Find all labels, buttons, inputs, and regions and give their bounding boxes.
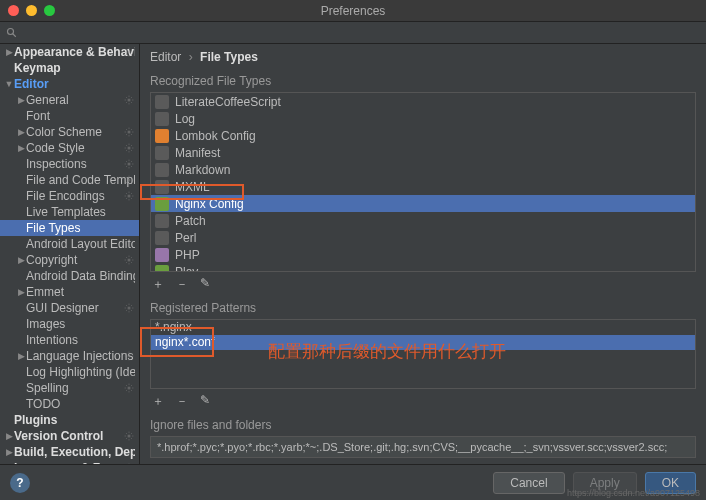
file-type-row[interactable]: Markdown [151, 161, 695, 178]
search-icon [6, 27, 18, 39]
titlebar: Preferences [0, 0, 706, 22]
sidebar-item-todo[interactable]: TODO [0, 396, 139, 412]
file-type-icon [155, 197, 169, 211]
file-type-row[interactable]: Nginx Config [151, 195, 695, 212]
sidebar-item-intentions[interactable]: Intentions [0, 332, 139, 348]
remove-icon[interactable]: － [176, 393, 188, 410]
file-type-row[interactable]: LiterateCoffeeScript [151, 93, 695, 110]
sidebar-item-version-control[interactable]: ▶Version Control [0, 428, 139, 444]
sidebar-item-android-data-binding[interactable]: Android Data Binding [0, 268, 139, 284]
maximize-icon[interactable] [44, 5, 55, 16]
file-type-icon [155, 231, 169, 245]
expand-icon: ▶ [16, 127, 26, 137]
ignore-input[interactable] [150, 436, 696, 458]
file-type-row[interactable]: Manifest [151, 144, 695, 161]
sidebar-item-label: File and Code Templates [26, 173, 135, 187]
sidebar-item-emmet[interactable]: ▶Emmet [0, 284, 139, 300]
sidebar-item-file-and-code-templates[interactable]: File and Code Templates [0, 172, 139, 188]
minimize-icon[interactable] [26, 5, 37, 16]
sidebar-item-plugins[interactable]: Plugins [0, 412, 139, 428]
cancel-button[interactable]: Cancel [493, 472, 564, 494]
breadcrumb: Editor › File Types [150, 50, 696, 64]
svg-point-4 [128, 131, 131, 134]
file-type-row[interactable]: Perl [151, 229, 695, 246]
gear-icon [123, 126, 135, 138]
sidebar-item-inspections[interactable]: Inspections [0, 156, 139, 172]
sidebar-item-editor[interactable]: ▼Editor [0, 76, 139, 92]
sidebar-item-keymap[interactable]: Keymap [0, 60, 139, 76]
gear-icon [123, 302, 135, 314]
sidebar-item-label: Build, Execution, Deployment [14, 445, 135, 459]
sidebar-item-copyright[interactable]: ▶Copyright [0, 252, 139, 268]
expand-icon: ▶ [16, 255, 26, 265]
window-title: Preferences [321, 4, 386, 18]
file-type-row[interactable]: MXML [151, 178, 695, 195]
sidebar-item-gui-designer[interactable]: GUI Designer [0, 300, 139, 316]
chevron-right-icon: › [189, 50, 193, 64]
svg-point-3 [128, 99, 131, 102]
sidebar-item-live-templates[interactable]: Live Templates [0, 204, 139, 220]
file-type-name: Manifest [175, 146, 220, 160]
file-type-row[interactable]: Log [151, 110, 695, 127]
settings-tree[interactable]: ▶Appearance & BehaviorKeymap▼Editor▶Gene… [0, 44, 140, 464]
window-controls [8, 5, 55, 16]
sidebar-item-android-layout-editor[interactable]: Android Layout Editor [0, 236, 139, 252]
sidebar-item-images[interactable]: Images [0, 316, 139, 332]
file-type-row[interactable]: PHP [151, 246, 695, 263]
pattern-row[interactable]: *.nginx [151, 320, 695, 335]
sidebar-item-file-types[interactable]: File Types [0, 220, 139, 236]
help-icon[interactable]: ? [10, 473, 30, 493]
sidebar-item-label: Keymap [14, 61, 135, 75]
svg-point-0 [8, 28, 14, 34]
add-icon[interactable]: ＋ [152, 276, 164, 293]
search-bar[interactable] [0, 22, 706, 44]
sidebar-item-appearance-behavior[interactable]: ▶Appearance & Behavior [0, 44, 139, 60]
add-icon[interactable]: ＋ [152, 393, 164, 410]
file-type-name: Play [175, 265, 198, 272]
close-icon[interactable] [8, 5, 19, 16]
breadcrumb-current: File Types [200, 50, 258, 64]
sidebar-item-label: Plugins [14, 413, 135, 427]
svg-point-5 [128, 147, 131, 150]
sidebar-item-label: TODO [26, 397, 135, 411]
gear-icon [123, 46, 135, 58]
edit-icon[interactable]: ✎ [200, 276, 210, 293]
file-type-icon [155, 95, 169, 109]
svg-point-12 [128, 387, 131, 390]
sidebar-item-label: Android Data Binding [26, 269, 135, 283]
watermark: https://blog.csdn.net/a907125498 [567, 488, 700, 498]
file-type-icon [155, 112, 169, 126]
sidebar-item-label: Appearance & Behavior [14, 45, 135, 59]
remove-icon[interactable]: － [176, 276, 188, 293]
sidebar-item-spelling[interactable]: Spelling [0, 380, 139, 396]
gear-icon [123, 158, 135, 170]
file-type-name: Perl [175, 231, 196, 245]
expand-icon: ▼ [4, 79, 14, 89]
svg-point-2 [128, 51, 131, 54]
edit-icon[interactable]: ✎ [200, 393, 210, 410]
sidebar-item-general[interactable]: ▶General [0, 92, 139, 108]
file-type-row[interactable]: Play [151, 263, 695, 272]
gear-icon [123, 382, 135, 394]
sidebar-item-language-injections[interactable]: ▶Language Injections [0, 348, 139, 364]
sidebar-item-font[interactable]: Font [0, 108, 139, 124]
sidebar-item-label: Intentions [26, 333, 135, 347]
sidebar-item-build-execution-deployment[interactable]: ▶Build, Execution, Deployment [0, 444, 139, 460]
search-input[interactable] [22, 26, 700, 40]
sidebar-item-code-style[interactable]: ▶Code Style [0, 140, 139, 156]
breadcrumb-parent[interactable]: Editor [150, 50, 181, 64]
expand-icon: ▶ [16, 95, 26, 105]
sidebar-item-file-encodings[interactable]: File Encodings [0, 188, 139, 204]
file-type-name: Nginx Config [175, 197, 244, 211]
sidebar-item-label: Images [26, 317, 135, 331]
svg-point-10 [128, 307, 131, 310]
file-type-icon [155, 265, 169, 272]
file-type-row[interactable]: Lombok Config [151, 127, 695, 144]
gear-icon [123, 142, 135, 154]
expand-icon: ▶ [16, 143, 26, 153]
sidebar-item-color-scheme[interactable]: ▶Color Scheme [0, 124, 139, 140]
file-types-list[interactable]: LiterateCoffeeScriptLogLombok ConfigMani… [150, 92, 696, 272]
sidebar-item-log-highlighting-ideolog-[interactable]: Log Highlighting (Ideolog) [0, 364, 139, 380]
file-type-name: PHP [175, 248, 200, 262]
file-type-row[interactable]: Patch [151, 212, 695, 229]
